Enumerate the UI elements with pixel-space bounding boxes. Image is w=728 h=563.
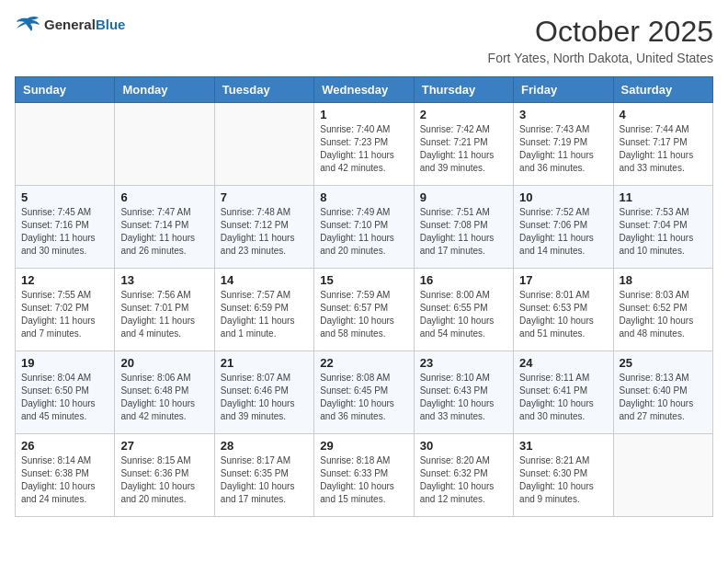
calendar-header-row: SundayMondayTuesdayWednesdayThursdayFrid… (16, 77, 713, 103)
day-info: Sunrise: 8:07 AM Sunset: 6:46 PM Dayligh… (221, 372, 308, 423)
day-number: 10 (519, 190, 607, 204)
calendar-cell: 20Sunrise: 8:06 AM Sunset: 6:48 PM Dayli… (115, 351, 214, 434)
day-info: Sunrise: 8:06 AM Sunset: 6:48 PM Dayligh… (120, 372, 208, 423)
day-number: 25 (620, 356, 707, 370)
day-info: Sunrise: 8:00 AM Sunset: 6:55 PM Dayligh… (420, 289, 507, 340)
calendar-cell: 18Sunrise: 8:03 AM Sunset: 6:52 PM Dayli… (613, 269, 712, 351)
calendar-table: SundayMondayTuesdayWednesdayThursdayFrid… (15, 76, 713, 517)
day-info: Sunrise: 8:04 AM Sunset: 6:50 PM Dayligh… (21, 372, 108, 423)
calendar-week-4: 19Sunrise: 8:04 AM Sunset: 6:50 PM Dayli… (16, 351, 713, 434)
weekday-header-monday: Monday (115, 77, 214, 103)
logo: GeneralBlue (15, 15, 125, 35)
day-info: Sunrise: 7:44 AM Sunset: 7:17 PM Dayligh… (620, 123, 707, 175)
day-number: 6 (120, 190, 208, 204)
day-number: 22 (320, 356, 407, 370)
day-number: 12 (21, 273, 108, 287)
weekday-header-tuesday: Tuesday (214, 77, 313, 103)
calendar-cell: 6Sunrise: 7:47 AM Sunset: 7:14 PM Daylig… (115, 186, 214, 269)
calendar-cell: 12Sunrise: 7:55 AM Sunset: 7:02 PM Dayli… (16, 269, 115, 351)
calendar-cell: 24Sunrise: 8:11 AM Sunset: 6:41 PM Dayli… (514, 351, 613, 434)
day-number: 13 (120, 273, 208, 287)
calendar-cell: 30Sunrise: 8:20 AM Sunset: 6:32 PM Dayli… (414, 434, 513, 517)
day-info: Sunrise: 8:13 AM Sunset: 6:40 PM Dayligh… (620, 372, 707, 423)
day-number: 2 (420, 108, 507, 121)
day-number: 18 (620, 273, 707, 287)
day-info: Sunrise: 7:45 AM Sunset: 7:16 PM Dayligh… (21, 206, 108, 258)
day-info: Sunrise: 7:55 AM Sunset: 7:02 PM Dayligh… (21, 289, 108, 340)
weekday-header-wednesday: Wednesday (314, 77, 414, 103)
day-info: Sunrise: 7:43 AM Sunset: 7:19 PM Dayligh… (519, 123, 607, 175)
page-header: GeneralBlue October 2025 Fort Yates, Nor… (15, 15, 713, 65)
day-number: 23 (420, 356, 507, 370)
calendar-cell: 8Sunrise: 7:49 AM Sunset: 7:10 PM Daylig… (314, 186, 414, 269)
calendar-cell: 13Sunrise: 7:56 AM Sunset: 7:01 PM Dayli… (115, 269, 214, 351)
calendar-cell: 15Sunrise: 7:59 AM Sunset: 6:57 PM Dayli… (314, 269, 414, 351)
day-number: 29 (320, 439, 407, 453)
day-number: 15 (320, 273, 407, 287)
day-number: 5 (21, 190, 108, 204)
calendar-cell (613, 434, 712, 517)
day-info: Sunrise: 8:10 AM Sunset: 6:43 PM Dayligh… (420, 372, 507, 423)
logo-text: GeneralBlue (44, 17, 125, 33)
logo-bird-icon (15, 15, 40, 35)
logo-general: General (44, 17, 96, 32)
day-info: Sunrise: 7:47 AM Sunset: 7:14 PM Dayligh… (120, 206, 208, 258)
day-info: Sunrise: 7:48 AM Sunset: 7:12 PM Dayligh… (221, 206, 308, 258)
day-info: Sunrise: 8:14 AM Sunset: 6:38 PM Dayligh… (21, 454, 108, 506)
day-number: 8 (320, 190, 407, 204)
logo-blue: Blue (96, 17, 126, 32)
day-number: 20 (120, 356, 208, 370)
weekday-header-friday: Friday (514, 77, 613, 103)
day-info: Sunrise: 8:11 AM Sunset: 6:41 PM Dayligh… (519, 372, 607, 423)
day-info: Sunrise: 8:15 AM Sunset: 6:36 PM Dayligh… (120, 454, 208, 506)
calendar-cell: 2Sunrise: 7:42 AM Sunset: 7:21 PM Daylig… (414, 103, 513, 186)
day-info: Sunrise: 7:59 AM Sunset: 6:57 PM Dayligh… (320, 289, 407, 340)
calendar-week-5: 26Sunrise: 8:14 AM Sunset: 6:38 PM Dayli… (16, 434, 713, 517)
calendar-cell: 29Sunrise: 8:18 AM Sunset: 6:33 PM Dayli… (314, 434, 414, 517)
day-info: Sunrise: 8:18 AM Sunset: 6:33 PM Dayligh… (320, 454, 407, 506)
day-info: Sunrise: 7:57 AM Sunset: 6:59 PM Dayligh… (221, 289, 308, 340)
location: Fort Yates, North Dakota, United States (488, 51, 713, 65)
calendar-cell: 31Sunrise: 8:21 AM Sunset: 6:30 PM Dayli… (514, 434, 613, 517)
calendar-cell: 25Sunrise: 8:13 AM Sunset: 6:40 PM Dayli… (613, 351, 712, 434)
calendar-cell: 28Sunrise: 8:17 AM Sunset: 6:35 PM Dayli… (214, 434, 313, 517)
title-block: October 2025 Fort Yates, North Dakota, U… (488, 15, 713, 65)
weekday-header-thursday: Thursday (414, 77, 513, 103)
calendar-week-3: 12Sunrise: 7:55 AM Sunset: 7:02 PM Dayli… (16, 269, 713, 351)
day-number: 28 (221, 439, 308, 453)
calendar-cell: 27Sunrise: 8:15 AM Sunset: 6:36 PM Dayli… (115, 434, 214, 517)
day-number: 19 (21, 356, 108, 370)
day-info: Sunrise: 7:40 AM Sunset: 7:23 PM Dayligh… (320, 123, 407, 175)
calendar-cell: 16Sunrise: 8:00 AM Sunset: 6:55 PM Dayli… (414, 269, 513, 351)
calendar-cell: 26Sunrise: 8:14 AM Sunset: 6:38 PM Dayli… (16, 434, 115, 517)
day-number: 27 (120, 439, 208, 453)
day-info: Sunrise: 7:49 AM Sunset: 7:10 PM Dayligh… (320, 206, 407, 258)
day-info: Sunrise: 7:53 AM Sunset: 7:04 PM Dayligh… (620, 206, 707, 258)
day-info: Sunrise: 8:01 AM Sunset: 6:53 PM Dayligh… (519, 289, 607, 340)
day-info: Sunrise: 8:17 AM Sunset: 6:35 PM Dayligh… (221, 454, 308, 506)
calendar-cell: 21Sunrise: 8:07 AM Sunset: 6:46 PM Dayli… (214, 351, 313, 434)
day-number: 9 (420, 190, 507, 204)
calendar-cell (16, 103, 115, 186)
month-title: October 2025 (488, 15, 713, 49)
day-number: 1 (320, 108, 407, 121)
day-info: Sunrise: 8:08 AM Sunset: 6:45 PM Dayligh… (320, 372, 407, 423)
day-number: 7 (221, 190, 308, 204)
day-number: 3 (519, 108, 607, 121)
calendar-cell: 3Sunrise: 7:43 AM Sunset: 7:19 PM Daylig… (514, 103, 613, 186)
calendar-cell: 17Sunrise: 8:01 AM Sunset: 6:53 PM Dayli… (514, 269, 613, 351)
day-number: 14 (221, 273, 308, 287)
calendar-cell: 22Sunrise: 8:08 AM Sunset: 6:45 PM Dayli… (314, 351, 414, 434)
day-info: Sunrise: 7:52 AM Sunset: 7:06 PM Dayligh… (519, 206, 607, 258)
day-number: 30 (420, 439, 507, 453)
day-number: 11 (620, 190, 707, 204)
calendar-cell: 10Sunrise: 7:52 AM Sunset: 7:06 PM Dayli… (514, 186, 613, 269)
day-info: Sunrise: 7:56 AM Sunset: 7:01 PM Dayligh… (120, 289, 208, 340)
calendar-week-1: 1Sunrise: 7:40 AM Sunset: 7:23 PM Daylig… (16, 103, 713, 186)
day-info: Sunrise: 8:20 AM Sunset: 6:32 PM Dayligh… (420, 454, 507, 506)
calendar-cell (115, 103, 214, 186)
weekday-header-saturday: Saturday (613, 77, 712, 103)
calendar-week-2: 5Sunrise: 7:45 AM Sunset: 7:16 PM Daylig… (16, 186, 713, 269)
calendar-cell: 14Sunrise: 7:57 AM Sunset: 6:59 PM Dayli… (214, 269, 313, 351)
calendar-cell: 19Sunrise: 8:04 AM Sunset: 6:50 PM Dayli… (16, 351, 115, 434)
